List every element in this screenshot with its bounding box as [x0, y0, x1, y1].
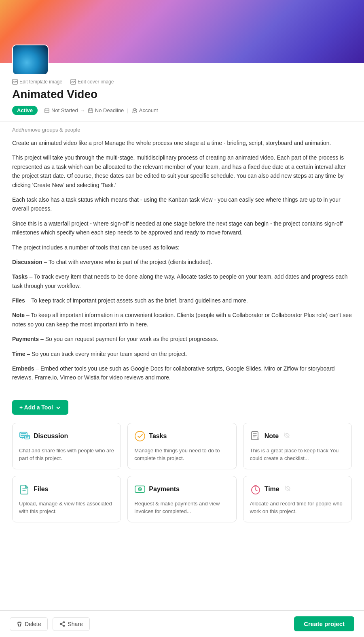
edit-links-row: Edit template image Edit cover image: [0, 63, 364, 88]
tasks-icon: [134, 430, 146, 442]
tool-card-files-header: Files: [19, 484, 114, 495]
share-button[interactable]: Share: [53, 617, 89, 631]
bottom-bar: Delete Share Create project: [0, 610, 364, 637]
svg-rect-9: [252, 432, 258, 440]
tool-time-desc: Time – So you can track every minite you…: [12, 349, 352, 358]
tool-card-payments[interactable]: Payments Request & make payments and vie…: [127, 476, 236, 522]
account-item[interactable]: Account: [132, 107, 158, 113]
tool-card-files[interactable]: Files Upload, manage & view files associ…: [12, 476, 121, 522]
para-4: Since this is a waterfall project - wher…: [12, 219, 352, 237]
not-started-item[interactable]: Not Started: [44, 107, 78, 113]
note-icon: [250, 430, 261, 442]
header-banner: [0, 0, 364, 63]
project-title: Animated Video: [0, 88, 364, 106]
status-meta: Not Started → No Deadline | Account: [44, 107, 158, 113]
tool-discussion-title: Discussion: [34, 432, 68, 440]
tool-note-desc: Note – To keep all important information…: [12, 311, 352, 329]
create-project-button[interactable]: Create project: [294, 616, 354, 631]
tool-payments-description: Request & make payments and view invoice…: [134, 500, 229, 516]
tool-embeds-desc: Embeds – Embed other tools you use such …: [12, 364, 352, 382]
tool-note-text: – To keep all important information in a…: [12, 312, 352, 327]
edit-template-link[interactable]: Edit template image: [12, 79, 62, 85]
edit-cover-link[interactable]: Edit cover image: [70, 79, 114, 85]
tool-card-tasks[interactable]: Tasks Manage the things you need to do t…: [127, 423, 236, 469]
delete-button[interactable]: Delete: [10, 617, 48, 631]
svg-rect-3: [89, 109, 93, 113]
tool-time-title: Time: [265, 486, 279, 493]
add-tool-button[interactable]: + Add a Tool: [12, 400, 68, 415]
tool-files-text: – To keep track of important project ass…: [25, 297, 248, 304]
svg-rect-2: [45, 109, 49, 113]
discussion-icon: [19, 430, 30, 442]
payments-icon: [134, 484, 146, 495]
no-deadline-item[interactable]: No Deadline: [88, 107, 124, 113]
bottom-left-actions: Delete Share: [10, 617, 90, 631]
tool-note-title: Note: [265, 432, 279, 440]
svg-point-16: [63, 625, 65, 626]
tool-files-title: Files: [34, 486, 48, 493]
time-icon: [250, 484, 261, 495]
tool-card-time-header: Time: [250, 484, 345, 495]
tool-time-description: Allocate and record time for people who …: [250, 500, 345, 516]
tool-embeds-text: – Embed other tools you use such as Goog…: [12, 365, 335, 381]
tool-card-discussion[interactable]: Discussion Chat and share files with peo…: [12, 423, 121, 469]
tool-discussion-desc: Discussion – To chat with everyone who i…: [12, 258, 352, 266]
tool-tasks-desc: Tasks – To track every item that needs t…: [12, 272, 352, 290]
template-image: [12, 45, 49, 75]
tool-payments-name: Payments: [12, 336, 39, 342]
tool-tasks-title: Tasks: [149, 432, 167, 440]
tool-note-description: This is a great place to keep track You …: [250, 447, 345, 462]
tool-payments-title: Payments: [149, 486, 180, 493]
tool-files-desc: Files – To keep track of important proje…: [12, 296, 352, 305]
tool-card-payments-header: Payments: [134, 484, 229, 495]
tool-discussion-text: – To chat with everyone who is part of t…: [42, 259, 212, 265]
tool-card-tasks-header: Tasks: [134, 430, 229, 442]
note-hidden-icon: [284, 432, 290, 440]
tool-card-note[interactable]: Note This is a great place to keep track…: [243, 423, 352, 469]
para-5: The project includes a number of tools t…: [12, 243, 352, 252]
svg-point-8: [135, 431, 145, 441]
tool-payments-desc: Payments – So you can request payment fo…: [12, 334, 352, 343]
tool-card-discussion-header: Discussion: [19, 430, 114, 442]
tool-tasks-description: Manage the things you need to do to comp…: [134, 447, 229, 462]
tool-note-name: Note: [12, 312, 25, 318]
separator: |: [127, 107, 128, 113]
para-3: Each task also has a task status which m…: [12, 195, 352, 213]
add-remove-link[interactable]: Add/remove groups & people: [0, 122, 364, 133]
tool-embeds-name: Embeds: [12, 365, 34, 372]
content-area: Create an animated video like a pro! Man…: [0, 133, 364, 396]
tools-grid: Discussion Chat and share files with peo…: [0, 423, 364, 555]
time-hidden-icon: [284, 485, 291, 493]
status-bar: Active Not Started → No Deadline |: [0, 106, 364, 122]
svg-point-15: [63, 622, 65, 623]
files-icon: [19, 484, 30, 495]
tool-time-text: – So you can track every minite your tea…: [25, 351, 187, 357]
tool-files-description: Upload, manage & view files associated w…: [19, 500, 114, 516]
tool-tasks-name: Tasks: [12, 273, 28, 280]
tool-card-note-header: Note: [250, 430, 345, 442]
tool-files-name: Files: [12, 297, 25, 304]
tool-discussion-description: Chat and share files with people who are…: [19, 447, 114, 462]
tool-discussion-name: Discussion: [12, 259, 42, 265]
status-badge[interactable]: Active: [12, 106, 38, 115]
tool-payments-text: – So you can request payment for your wo…: [39, 336, 218, 342]
svg-rect-7: [25, 435, 30, 439]
para-2: This project will take you through the m…: [12, 153, 352, 190]
svg-point-14: [60, 623, 61, 624]
tool-card-time[interactable]: Time Allocate and record time for people…: [243, 476, 352, 522]
tool-tasks-text: – To track every item that needs to be d…: [12, 273, 348, 289]
tool-time-name: Time: [12, 351, 25, 357]
arrow-separator: →: [80, 108, 85, 113]
para-1: Create an animated video like a pro! Man…: [12, 138, 352, 147]
